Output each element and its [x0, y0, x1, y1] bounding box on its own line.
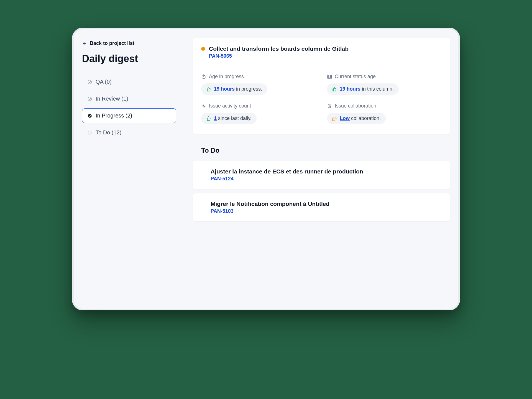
- metric-label: Issue collaboration: [327, 103, 442, 109]
- svg-point-4: [88, 131, 91, 134]
- thumbs-up-icon: [206, 116, 211, 121]
- metric-label: Current status age: [327, 74, 442, 80]
- issue-id-link[interactable]: PAN-5103: [211, 208, 234, 214]
- svg-rect-9: [329, 75, 330, 78]
- thumbs-up-icon: [206, 87, 211, 92]
- issue-card[interactable]: Migrer le Notification component à Untit…: [193, 193, 450, 221]
- circle-empty-icon: [87, 130, 92, 135]
- status-item-in-review[interactable]: In Review (1): [82, 91, 176, 106]
- svg-point-12: [330, 106, 331, 108]
- metric-pill: 19 hours in progress.: [201, 83, 267, 95]
- metric-value-link[interactable]: 19 hours: [214, 86, 235, 92]
- svg-rect-8: [328, 75, 329, 78]
- arrow-left-icon: [82, 41, 87, 46]
- status-item-label: QA (0): [96, 79, 112, 85]
- page-title: Daily digest: [82, 53, 176, 65]
- issue-id-link[interactable]: PAN-5124: [211, 176, 234, 181]
- metric-value-link[interactable]: 1: [214, 116, 217, 121]
- columns-icon: [327, 74, 332, 79]
- thumbs-up-icon: [332, 87, 337, 92]
- metrics-grid: Age in progress 19 hours in progress.: [193, 66, 450, 134]
- app-window: Back to project list Daily digest QA (0)…: [72, 28, 460, 310]
- stopwatch-icon: [201, 74, 206, 79]
- svg-point-11: [328, 104, 329, 106]
- metric-pill: Low collaboration.: [327, 113, 386, 124]
- metric-current-status-age: Current status age 19 hours in this colu…: [327, 74, 442, 95]
- section-header-todo: To Do: [193, 140, 450, 157]
- metric-pill: 19 hours in this column.: [327, 83, 399, 95]
- issue-card[interactable]: Collect and transform les boards column …: [193, 38, 450, 134]
- issue-title: Migrer le Notification component à Untit…: [211, 201, 432, 207]
- issue-id-link[interactable]: PAN-5065: [209, 53, 232, 59]
- status-item-in-progress[interactable]: In Progress (2): [82, 108, 176, 123]
- comment-icon: [332, 116, 337, 121]
- check-circle-icon: [87, 80, 92, 85]
- main-content: Collect and transform les boards column …: [185, 29, 458, 309]
- status-item-label: In Progress (2): [96, 112, 132, 119]
- dot-filled-icon: [87, 113, 92, 118]
- svg-point-2: [88, 97, 92, 101]
- status-item-to-do[interactable]: To Do (12): [82, 125, 176, 140]
- metric-pill: 1 since last daily.: [201, 113, 257, 124]
- svg-point-1: [88, 80, 92, 84]
- users-icon: [327, 104, 332, 109]
- status-item-label: In Review (1): [96, 96, 128, 102]
- metric-activity-count: Issue activity count 1 since last daily.: [201, 103, 316, 124]
- svg-rect-10: [331, 75, 332, 78]
- back-link-label: Back to project list: [90, 40, 134, 46]
- status-list: QA (0) In Review (1) In Progress (2) To …: [82, 75, 176, 140]
- metric-value-link[interactable]: 19 hours: [340, 86, 360, 92]
- status-item-label: To Do (12): [96, 129, 121, 136]
- issue-title: Collect and transform les boards column …: [209, 45, 349, 52]
- issue-card[interactable]: Ajuster la instance de ECS et des runner…: [193, 161, 450, 189]
- sidebar: Back to project list Daily digest QA (0)…: [74, 29, 185, 309]
- check-circle-icon: [87, 96, 92, 101]
- activity-icon: [201, 104, 206, 109]
- issue-title: Ajuster la instance de ECS et des runner…: [211, 168, 432, 175]
- metric-label: Issue activity count: [201, 103, 316, 109]
- metric-age-in-progress: Age in progress 19 hours in progress.: [201, 74, 316, 95]
- status-dot-icon: [201, 47, 205, 51]
- back-link[interactable]: Back to project list: [82, 40, 176, 46]
- status-item-qa[interactable]: QA (0): [82, 75, 176, 89]
- card-header: Collect and transform les boards column …: [193, 38, 450, 66]
- svg-point-3: [88, 114, 92, 118]
- metric-collaboration: Issue collaboration Low collaboration.: [327, 103, 442, 124]
- metric-label: Age in progress: [201, 74, 316, 80]
- metric-value-link[interactable]: Low: [340, 116, 350, 121]
